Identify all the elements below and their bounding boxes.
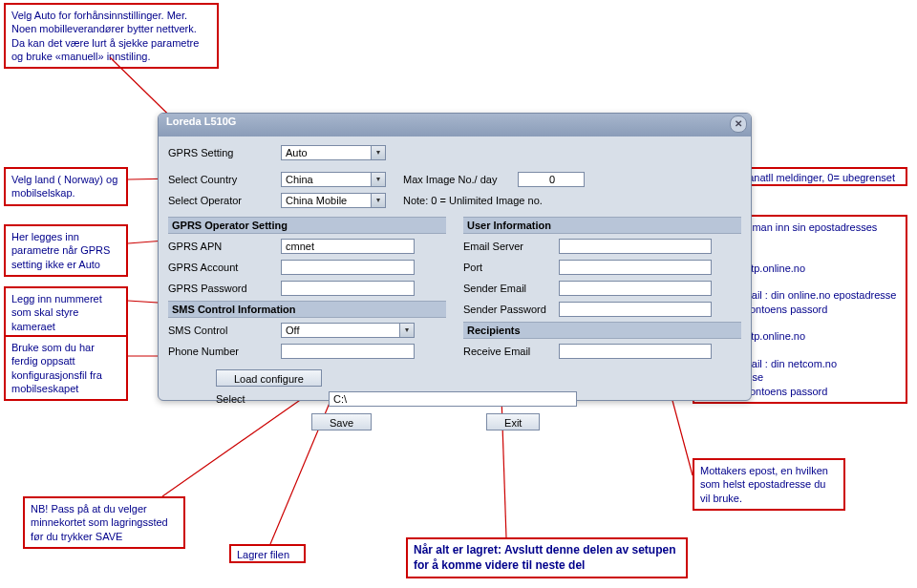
port-label: Port <box>463 262 559 273</box>
max-image-input[interactable]: 0 <box>518 172 585 187</box>
recipients-header: Recipients <box>463 322 741 339</box>
select-path-label: Select <box>168 393 329 405</box>
sender-password-input[interactable] <box>559 302 712 317</box>
callout-gprs-params: Her legges inn parametre når GPRS settin… <box>4 224 128 277</box>
sender-email-label: Sender Email <box>463 283 559 294</box>
email-server-input[interactable] <box>559 239 712 254</box>
sms-control-label: SMS Control <box>168 325 281 336</box>
window-title: Loreda L510G <box>166 116 236 127</box>
receive-email-input[interactable] <box>559 344 712 359</box>
close-icon[interactable]: ✕ <box>730 116 747 133</box>
chevron-down-icon: ▾ <box>371 193 385 208</box>
chevron-down-icon: ▾ <box>371 145 385 160</box>
app-window: Loreda L510G ✕ GPRS Setting Auto ▾ Selec… <box>158 113 752 401</box>
callout-phone-number: Legg inn nummeret som skal styre kamerae… <box>4 286 128 339</box>
gprs-password-label: GPRS Password <box>168 283 281 294</box>
sender-email-input[interactable] <box>559 281 712 296</box>
user-info-header: User Information <box>463 217 741 234</box>
email-server-label: Email Server <box>463 241 559 252</box>
gprs-apn-input[interactable]: cmnet <box>281 239 415 254</box>
window-titlebar: Loreda L510G ✕ <box>159 114 751 136</box>
callout-load-config: Bruke som du har ferdig oppsatt konfigur… <box>4 335 128 401</box>
country-select[interactable]: China ▾ <box>281 172 386 187</box>
sender-password-label: Sender Password <box>463 304 559 315</box>
callout-save-note: NB! Pass på at du velger minnekortet som… <box>23 496 185 549</box>
phone-number-input[interactable] <box>281 344 415 359</box>
select-path-input[interactable]: C:\ <box>329 391 577 407</box>
chevron-down-icon: ▾ <box>371 172 385 187</box>
callout-country: Velg land ( Norway) og mobilselskap. <box>4 167 128 206</box>
gprs-operator-header: GPRS Operator Setting <box>168 217 446 234</box>
select-operator-label: Select Operator <box>168 195 281 206</box>
gprs-apn-label: GPRS APN <box>168 241 281 252</box>
sms-header: SMS Control Information <box>168 301 446 318</box>
select-country-label: Select Country <box>168 174 281 185</box>
sms-control-select[interactable]: Off ▾ <box>281 323 415 338</box>
gprs-account-label: GPRS Account <box>168 262 281 273</box>
gprs-account-input[interactable] <box>281 260 415 275</box>
gprs-password-input[interactable] <box>281 281 415 296</box>
port-input[interactable] <box>559 260 712 275</box>
receive-email-label: Receive Email <box>463 346 559 357</box>
gprs-setting-select[interactable]: Auto ▾ <box>281 145 386 160</box>
save-button[interactable]: Save <box>311 413 372 430</box>
gprs-setting-label: GPRS Setting <box>168 147 281 158</box>
chevron-down-icon: ▾ <box>399 323 414 338</box>
operator-select[interactable]: China Mobile ▾ <box>281 193 386 208</box>
callout-exit-note: Når alt er lagret: Avslutt denne delen a… <box>406 537 688 578</box>
callout-recipient: Mottakers epost, en hvilken som helst ep… <box>693 458 845 511</box>
max-image-label: Max Image No./ day <box>403 174 518 185</box>
load-config-button[interactable]: Load configure <box>216 369 322 387</box>
unlimited-note: Note: 0 = Unlimited Image no. <box>403 195 543 206</box>
phone-number-label: Phone Number <box>168 346 281 357</box>
exit-button[interactable]: Exit <box>486 413 540 430</box>
callout-save-btn: Lagrer filen <box>229 544 306 563</box>
callout-auto-preset: Velg Auto for forhånsinnstillinger. Mer.… <box>4 3 219 69</box>
